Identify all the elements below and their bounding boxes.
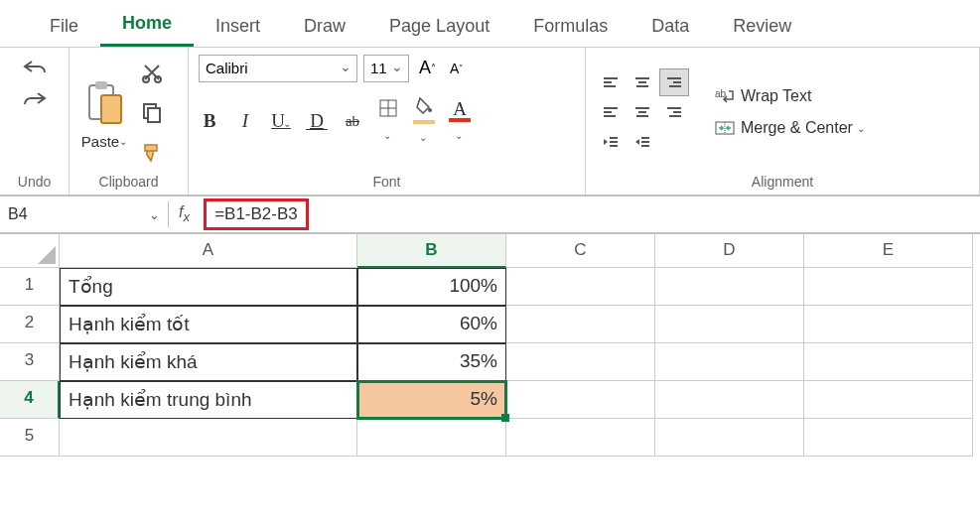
col-header-e[interactable]: E	[804, 234, 973, 268]
cell-c3[interactable]	[506, 343, 655, 381]
cell-b2[interactable]: 60%	[357, 306, 506, 343]
font-size-select[interactable]	[363, 55, 409, 82]
align-mid-center[interactable]	[628, 98, 657, 126]
svg-point-10	[428, 108, 432, 112]
name-box[interactable]: B4⌄	[0, 201, 169, 227]
orientation-button[interactable]	[659, 128, 689, 156]
format-painter-button[interactable]	[137, 137, 167, 167]
cell-a1[interactable]: Tổng	[60, 268, 357, 306]
bold-button[interactable]: B	[199, 110, 220, 132]
cell-c4[interactable]	[506, 381, 655, 419]
group-label-alignment: Alignment	[596, 171, 969, 193]
paste-button[interactable]	[79, 75, 129, 131]
tab-home[interactable]: Home	[100, 5, 194, 47]
formula-bar: B4⌄ fx =B1-B2-B3	[0, 196, 980, 234]
borders-button[interactable]: ⌄	[377, 99, 399, 144]
select-all-corner[interactable]	[0, 234, 60, 268]
cell-e5[interactable]	[804, 419, 973, 457]
align-top-right[interactable]	[659, 68, 689, 96]
col-header-c[interactable]: C	[506, 234, 655, 268]
cell-c5[interactable]	[506, 419, 655, 457]
decrease-font-button[interactable]: A˅	[446, 57, 468, 80]
col-header-d[interactable]: D	[655, 234, 804, 268]
tab-data[interactable]: Data	[630, 8, 711, 47]
tab-review[interactable]: Review	[711, 8, 813, 47]
cell-d5[interactable]	[655, 419, 804, 457]
merge-center-button[interactable]: Merge & Center⌄	[715, 119, 865, 137]
cell-e1[interactable]	[804, 268, 973, 306]
tab-page-layout[interactable]: Page Layout	[367, 8, 511, 47]
row-header-4[interactable]: 4	[0, 381, 60, 419]
cell-e2[interactable]	[804, 306, 973, 343]
cell-e3[interactable]	[804, 343, 973, 381]
group-label-font: Font	[199, 171, 575, 193]
copy-button[interactable]	[137, 97, 167, 127]
redo-button[interactable]	[18, 85, 52, 113]
spreadsheet-grid: A B C D E 1 Tổng 100% 2 Hạnh kiểm tốt 60…	[0, 234, 980, 457]
paste-label[interactable]: Paste⌄	[81, 133, 127, 150]
cell-d3[interactable]	[655, 343, 804, 381]
tab-draw[interactable]: Draw	[282, 8, 367, 47]
alignment-grid	[596, 68, 689, 156]
cell-b5[interactable]	[357, 419, 506, 457]
col-header-b[interactable]: B	[357, 234, 506, 268]
align-mid-right[interactable]	[659, 98, 689, 126]
cell-b3[interactable]: 35%	[357, 343, 506, 381]
font-color-button[interactable]: A⌄	[449, 98, 471, 144]
group-label-undo: Undo	[10, 171, 59, 193]
svg-rect-2	[101, 95, 121, 123]
cell-d2[interactable]	[655, 306, 804, 343]
underline-button[interactable]: U⌄	[270, 110, 292, 132]
group-label-clipboard: Clipboard	[79, 171, 178, 193]
strikethrough-button[interactable]: ab	[342, 113, 363, 130]
increase-font-button[interactable]: A˄	[415, 54, 440, 82]
tab-insert[interactable]: Insert	[194, 8, 282, 47]
cell-b4[interactable]: 5%	[357, 381, 506, 419]
tab-formulas[interactable]: Formulas	[511, 8, 630, 47]
align-mid-left[interactable]	[596, 98, 626, 126]
cell-a5[interactable]	[60, 419, 357, 457]
cell-a2[interactable]: Hạnh kiểm tốt	[60, 306, 357, 343]
wrap-text-button[interactable]: ab Wrap Text	[715, 87, 865, 105]
row-header-1[interactable]: 1	[0, 268, 60, 306]
cell-d1[interactable]	[655, 268, 804, 306]
italic-button[interactable]: I	[234, 110, 256, 132]
cell-e4[interactable]	[804, 381, 973, 419]
double-underline-button[interactable]: D	[306, 112, 328, 130]
align-top-center[interactable]	[628, 68, 657, 96]
undo-button[interactable]	[18, 54, 52, 81]
row-header-5[interactable]: 5	[0, 419, 60, 457]
cell-c1[interactable]	[506, 268, 655, 306]
svg-rect-1	[95, 81, 107, 89]
row-header-3[interactable]: 3	[0, 343, 60, 381]
cell-b1[interactable]: 100%	[357, 268, 506, 306]
formula-input[interactable]: =B1-B2-B3	[204, 198, 309, 230]
fill-color-button[interactable]: ⌄	[413, 96, 435, 146]
decrease-indent[interactable]	[596, 128, 626, 156]
ribbon: Undo Paste⌄ Clipboard	[0, 48, 980, 196]
col-header-a[interactable]: A	[60, 234, 357, 268]
cell-c2[interactable]	[506, 306, 655, 343]
cell-a4[interactable]: Hạnh kiểm trung bình	[60, 381, 357, 419]
increase-indent[interactable]	[628, 128, 657, 156]
ribbon-tabs: File Home Insert Draw Page Layout Formul…	[0, 0, 980, 48]
cut-button[interactable]	[137, 58, 167, 87]
tab-file[interactable]: File	[28, 8, 100, 47]
cell-d4[interactable]	[655, 381, 804, 419]
svg-rect-6	[148, 108, 160, 122]
font-family-select[interactable]	[199, 55, 357, 82]
align-top-left[interactable]	[596, 68, 626, 96]
cell-a3[interactable]: Hạnh kiểm khá	[60, 343, 357, 381]
row-header-2[interactable]: 2	[0, 306, 60, 343]
fx-icon[interactable]: fx	[169, 203, 200, 224]
